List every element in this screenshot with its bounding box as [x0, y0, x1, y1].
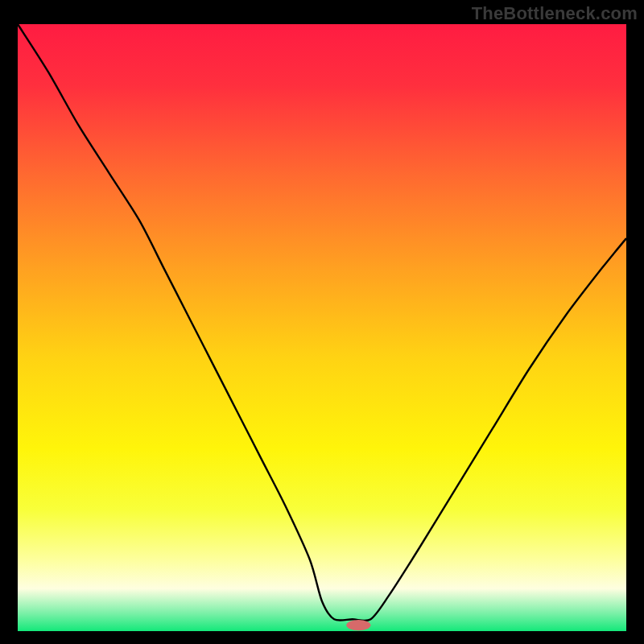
chart-container: TheBottleneck.com [0, 0, 644, 644]
bottleneck-chart [0, 0, 644, 644]
optimal-marker [346, 620, 370, 630]
plot-background [18, 24, 626, 631]
